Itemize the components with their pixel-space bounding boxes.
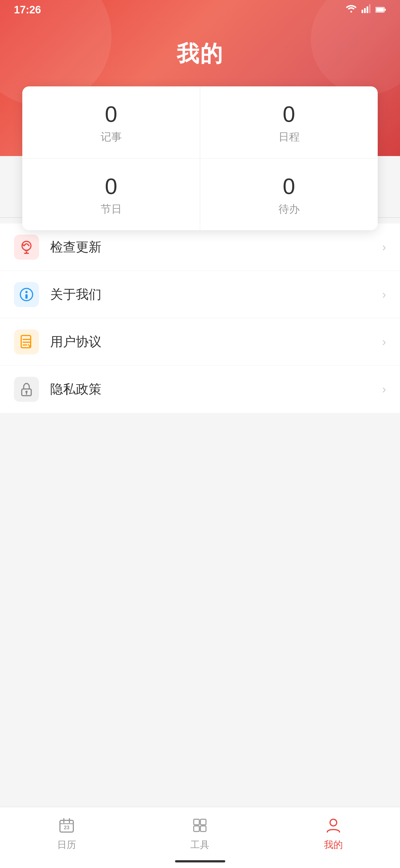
svg-rect-1 [364, 8, 366, 13]
menu-list: 检查更新 › 关于我们 › [0, 223, 400, 413]
status-time: 17:26 [14, 4, 41, 16]
daiwo-label: 待办 [278, 202, 300, 216]
stats-cell-jieri: 0 节日 [22, 159, 200, 230]
status-bar: 17:26 [0, 0, 400, 20]
richeng-label: 日程 [278, 130, 300, 144]
tools-nav-label: 工具 [190, 838, 209, 851]
svg-rect-0 [362, 10, 363, 13]
privacy-icon [19, 382, 34, 397]
jieri-label: 节日 [101, 202, 122, 216]
check-update-label: 检查更新 [50, 239, 382, 256]
update-icon-wrap [14, 235, 39, 260]
about-icon-wrap [14, 282, 39, 307]
jishi-label: 记事 [101, 130, 122, 144]
about-us-label: 关于我们 [50, 286, 382, 303]
user-agreement-arrow: › [382, 335, 386, 349]
svg-point-30 [330, 819, 337, 826]
status-icons [346, 4, 386, 15]
svg-rect-8 [25, 250, 28, 251]
nav-item-mine[interactable]: 我的 [267, 816, 400, 851]
stats-cell-daiwo: 0 待办 [200, 159, 378, 230]
page-title: 我的 [177, 39, 223, 69]
daiwo-count: 0 [283, 175, 295, 197]
user-agreement-label: 用户协议 [50, 333, 382, 350]
svg-rect-27 [201, 819, 206, 825]
menu-item-check-update[interactable]: 检查更新 › [0, 223, 400, 271]
about-us-arrow: › [382, 288, 386, 301]
bottom-nav: 23 日历 工具 我的 [0, 807, 400, 868]
nav-item-calendar[interactable]: 23 日历 [0, 816, 133, 851]
agreement-icon-wrap [14, 329, 39, 354]
privacy-icon-wrap [14, 377, 39, 402]
richeng-count: 0 [283, 103, 295, 125]
signal-icon [362, 4, 370, 15]
tools-nav-icon [190, 816, 210, 835]
stats-card: 0 记事 0 日程 0 节日 0 待办 [22, 86, 378, 230]
privacy-policy-label: 隐私政策 [50, 381, 382, 398]
menu-item-user-agreement[interactable]: 用户协议 › [0, 318, 400, 366]
wifi-icon [346, 4, 357, 15]
menu-item-about-us[interactable]: 关于我们 › [0, 271, 400, 318]
stats-cell-jishi: 0 记事 [22, 86, 200, 158]
svg-rect-2 [367, 6, 368, 13]
svg-rect-10 [24, 253, 29, 254]
mine-nav-label: 我的 [324, 838, 343, 851]
svg-rect-29 [201, 826, 206, 832]
menu-item-privacy-policy[interactable]: 隐私政策 › [0, 366, 400, 413]
jishi-count: 0 [105, 103, 117, 125]
nav-item-tools[interactable]: 工具 [133, 816, 267, 851]
svg-point-12 [25, 291, 28, 293]
calendar-nav-label: 日历 [57, 838, 76, 851]
svg-rect-6 [376, 8, 384, 12]
update-icon [19, 240, 34, 255]
stats-cell-richeng: 0 日程 [200, 86, 378, 158]
jieri-count: 0 [105, 175, 117, 197]
svg-rect-9 [26, 251, 27, 253]
mine-nav-icon [324, 816, 343, 835]
calendar-nav-icon: 23 [57, 816, 76, 835]
check-update-arrow: › [382, 241, 386, 254]
battery-icon [375, 5, 386, 15]
about-icon [19, 287, 34, 302]
svg-rect-28 [194, 826, 199, 832]
svg-rect-5 [385, 9, 386, 11]
content-area: 检查更新 › 关于我们 › [0, 217, 400, 812]
svg-rect-13 [25, 294, 28, 299]
svg-rect-3 [369, 4, 370, 13]
svg-text:23: 23 [64, 825, 69, 830]
svg-rect-26 [194, 819, 199, 825]
privacy-policy-arrow: › [382, 382, 386, 396]
home-indicator [175, 860, 225, 862]
agreement-icon [19, 334, 34, 349]
